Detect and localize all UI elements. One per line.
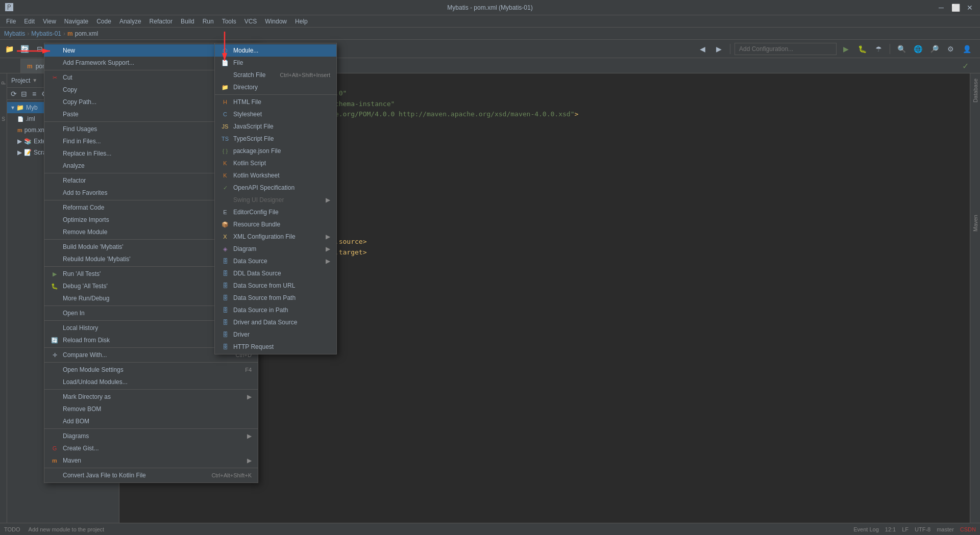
menu-code[interactable]: Code — [92, 17, 115, 26]
ctx-datasource-arrow: ▶ — [326, 258, 330, 265]
close-button[interactable]: ✕ — [965, 3, 975, 13]
submenu-datasource-url[interactable]: 🗄 Data Source from URL — [215, 279, 336, 292]
menu-window[interactable]: Window — [261, 17, 291, 26]
menu-navigate[interactable]: Navigate — [60, 17, 92, 26]
ctx-modsettings-icon — [51, 366, 59, 374]
toolbar-gear-btn[interactable]: ⚙ — [943, 42, 958, 56]
ctx-module-settings[interactable]: Open Module Settings F4 — [44, 364, 258, 376]
submenu-datasource[interactable]: 🗄 Data Source ▶ — [215, 255, 336, 267]
submenu-file[interactable]: 📄 File — [215, 57, 336, 69]
add-configuration-input[interactable] — [734, 43, 837, 55]
submenu-scratch-icon — [221, 71, 229, 79]
tree-lib-icon: 📚 — [24, 138, 32, 145]
menu-tools[interactable]: Tools — [218, 17, 240, 26]
submenu-resource-bundle[interactable]: 📦 Resource Bundle — [215, 218, 336, 231]
submenu-dsurl-icon: 🗄 — [221, 282, 229, 290]
toolbar-magnify-btn[interactable]: 🔎 — [927, 42, 941, 56]
submenu-scratch-file[interactable]: Scratch File Ctrl+Alt+Shift+Insert — [215, 69, 336, 81]
maven-panel-btn[interactable]: Maven — [971, 212, 979, 235]
ctx-diagrams[interactable]: Diagrams ▶ — [44, 430, 258, 442]
tree-scratch-icon: 📝 — [24, 149, 32, 156]
tree-item-iml-label: .iml — [26, 115, 35, 122]
ctx-paste-icon — [51, 110, 59, 118]
ctx-copypath-icon — [51, 98, 59, 106]
breadcrumb-sep1: › — [27, 30, 29, 37]
ctx-xmlconfig-arrow: ▶ — [326, 233, 330, 240]
toolbar-search-btn[interactable]: 🔍 — [894, 42, 909, 56]
toolbar-avatar-btn[interactable]: 👤 — [960, 42, 974, 56]
submenu-xml-config[interactable]: X XML Configuration File ▶ — [215, 231, 336, 243]
submenu-kotlin-script[interactable]: K Kotlin Script — [215, 157, 336, 169]
submenu-package-json[interactable]: { } package.json File — [215, 145, 336, 157]
toolbar-coverage-btn[interactable]: ☂ — [871, 42, 886, 56]
submenu-diagram-icon: ◈ — [221, 245, 229, 253]
submenu-driver-datasource[interactable]: 🗄 Driver and Data Source — [215, 316, 336, 328]
toolbar-forward-btn[interactable]: ▶ — [712, 42, 726, 56]
ctx-openin-icon — [51, 309, 59, 317]
ctx-find-icon — [51, 125, 59, 133]
submenu-datasource-inpath[interactable]: 🗄 Data Source in Path — [215, 304, 336, 316]
submenu-swing: Swing UI Designer ▶ — [215, 194, 336, 206]
ctx-add-bom[interactable]: Add BOM — [44, 415, 258, 427]
breadcrumb-project[interactable]: Mybatis — [4, 30, 25, 37]
menu-build[interactable]: Build — [177, 17, 199, 26]
submenu-module[interactable]: ⬡ Module... — [215, 44, 336, 57]
left-panel-icon2[interactable]: S — [0, 111, 7, 126]
toolbar-sync-btn[interactable]: 🔄 — [17, 42, 32, 56]
status-message: Add new module to the project — [29, 526, 105, 532]
ctx-cut-icon: ✂ — [51, 73, 59, 82]
panel-list-btn[interactable]: ≡ — [30, 89, 39, 98]
menu-analyze[interactable]: Analyze — [115, 17, 145, 26]
submenu-ddl-datasource[interactable]: 🗄 DDL Data Source — [215, 267, 336, 279]
todo-btn[interactable]: TODO — [4, 526, 20, 532]
ctx-remove-bom[interactable]: Remove BOM — [44, 403, 258, 415]
database-panel-btn[interactable]: Database — [971, 75, 979, 106]
submenu-file-icon: 📄 — [221, 59, 229, 67]
breadcrumb-module[interactable]: Mybatis-01 — [31, 30, 61, 37]
maximize-button[interactable]: ⬜ — [950, 3, 961, 13]
submenu-directory[interactable]: 📁 Directory — [215, 81, 336, 93]
menu-file[interactable]: File — [2, 17, 20, 26]
menu-vcs[interactable]: VCS — [240, 17, 261, 26]
ctx-mark-directory[interactable]: Mark Directory as ▶ — [44, 391, 258, 403]
ctx-compare-icon: ✛ — [51, 351, 59, 359]
panel-collapse-btn[interactable]: ⊟ — [19, 89, 29, 98]
ctx-create-gist[interactable]: G Create Gist... — [44, 442, 258, 454]
event-log-btn[interactable]: Event Log — [853, 526, 879, 532]
ctx-convert-kotlin[interactable]: Convert Java File to Kotlin File Ctrl+Al… — [44, 469, 258, 481]
submenu-editorconfig[interactable]: E EditorConfig File — [215, 206, 336, 218]
menu-refactor[interactable]: Refactor — [145, 17, 177, 26]
ctx-maven[interactable]: m Maven ▶ — [44, 454, 258, 467]
submenu-diagram[interactable]: ◈ Diagram ▶ — [215, 243, 336, 255]
submenu-typescript[interactable]: TS TypeScript File — [215, 133, 336, 145]
submenu-http-request[interactable]: 🗄 HTTP Request — [215, 341, 336, 353]
ctx-maven-icon: m — [51, 456, 59, 465]
toolbar-debug-btn[interactable]: 🐛 — [855, 42, 869, 56]
submenu-kotlin-worksheet[interactable]: K Kotlin Worksheet — [215, 169, 336, 182]
submenu-javascript[interactable]: JS JavaScript File — [215, 120, 336, 133]
menu-help[interactable]: Help — [291, 17, 312, 26]
line-ending-indicator[interactable]: LF — [902, 526, 909, 532]
ctx-diagrams-arrow: ▶ — [247, 432, 252, 440]
submenu-datasource-path[interactable]: 🗄 Data Source from Path — [215, 292, 336, 304]
menu-view[interactable]: View — [39, 17, 60, 26]
panel-sync-btn[interactable]: ⟳ — [9, 89, 18, 98]
submenu-html[interactable]: H HTML File — [215, 96, 336, 108]
toolbar-back-btn[interactable]: ◀ — [695, 42, 709, 56]
toolbar-run-btn[interactable]: ▶ — [839, 42, 853, 56]
submenu-sep1 — [215, 94, 336, 95]
ctx-run-icon: ▶ — [51, 270, 59, 278]
submenu-driver[interactable]: 🗄 Driver — [215, 328, 336, 341]
ctx-load-unload[interactable]: Load/Unload Modules... — [44, 376, 258, 388]
submenu-stylesheet[interactable]: C Stylesheet — [215, 108, 336, 120]
toolbar-project-btn[interactable]: 📁 — [2, 42, 16, 56]
encoding-indicator[interactable]: UTF-8 — [915, 526, 930, 532]
menu-run[interactable]: Run — [199, 17, 218, 26]
minimize-button[interactable]: ─ — [936, 3, 946, 13]
ctx-remove-icon — [51, 228, 59, 236]
toolbar-translate-btn[interactable]: 🌐 — [911, 42, 925, 56]
left-panel-icon[interactable]: P — [0, 75, 7, 91]
menu-edit[interactable]: Edit — [20, 17, 39, 26]
submenu-openapi[interactable]: ✓ OpenAPI Specification — [215, 182, 336, 194]
title-bar-title: Mybatis - pom.xml (Mybatis-01) — [447, 4, 532, 11]
